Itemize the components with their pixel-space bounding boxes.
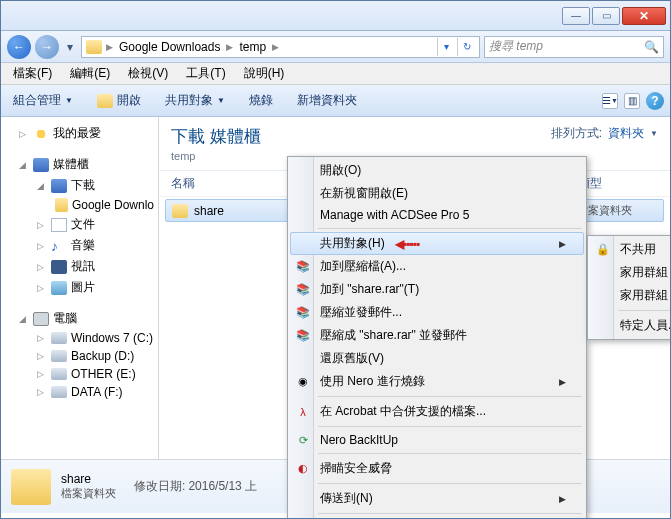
- menu-share-with[interactable]: 共用對象(H) ◀▪▪▪▪▪ ▶: [290, 232, 584, 255]
- submenu-arrow-icon: ▶: [539, 239, 566, 249]
- sidebar-drive-d[interactable]: ▷Backup (D:): [1, 347, 158, 365]
- details-modified-value: 2016/5/13 上: [188, 479, 257, 493]
- menu-add-share-rar[interactable]: 📚加到 "share.rar"(T): [290, 278, 584, 301]
- submenu-arrow-icon: ▶: [539, 494, 566, 504]
- submenu-nobody[interactable]: 🔒不共用: [590, 238, 671, 261]
- view-options-button[interactable]: ☰ ▼: [602, 93, 618, 109]
- file-type: 檔案資料夾: [577, 203, 657, 218]
- sidebar-drive-e[interactable]: ▷OTHER (E:): [1, 365, 158, 383]
- breadcrumb[interactable]: Google Downloads: [117, 40, 222, 54]
- menu-scan-threat[interactable]: ◐掃瞄安全威脅: [290, 457, 584, 480]
- folder-icon: [97, 94, 113, 108]
- details-modified-label: 修改日期:: [134, 479, 185, 493]
- folder-large-icon: [11, 469, 51, 505]
- submenu-homegroup-read[interactable]: 家用群組 (讀取): [590, 261, 671, 284]
- sidebar-computer[interactable]: ◢電腦: [1, 308, 158, 329]
- drive-icon: [51, 368, 67, 380]
- new-folder-button[interactable]: 新增資料夾: [291, 90, 363, 111]
- folder-icon: [55, 198, 68, 212]
- preview-pane-button[interactable]: ▥: [624, 93, 640, 109]
- search-placeholder: 搜尋 temp: [489, 38, 543, 55]
- help-button[interactable]: ?: [646, 92, 664, 110]
- rar-icon: 📚: [295, 282, 311, 298]
- column-type[interactable]: 類型: [578, 175, 658, 192]
- submenu-homegroup-rw[interactable]: 家用群組 (讀取/寫入: [590, 284, 671, 307]
- chevron-icon: ▶: [106, 42, 113, 52]
- sidebar-videos[interactable]: ▷視訊: [1, 256, 158, 277]
- sidebar-google-downloads[interactable]: Google Downlo: [1, 196, 158, 214]
- sidebar-downloads[interactable]: ◢下載: [1, 175, 158, 196]
- library-subtitle: temp: [171, 150, 261, 162]
- sidebar-documents[interactable]: ▷文件: [1, 214, 158, 235]
- menubar: 檔案(F) 編輯(E) 檢視(V) 工具(T) 說明(H): [1, 63, 670, 85]
- sidebar-favorites[interactable]: ▷我的最愛: [1, 123, 158, 144]
- rar-icon: 📚: [295, 328, 311, 344]
- menu-acrobat-combine[interactable]: λ在 Acrobat 中合併支援的檔案...: [290, 400, 584, 423]
- menu-acdsee[interactable]: Manage with ACDSee Pro 5: [290, 205, 584, 225]
- drive-icon: [51, 332, 67, 344]
- download-icon: [51, 179, 67, 193]
- menu-nero-burn[interactable]: ◉使用 Nero 進行燒錄▶: [290, 370, 584, 393]
- details-file-name: share: [61, 472, 116, 486]
- search-input[interactable]: 搜尋 temp 🔍: [484, 36, 664, 58]
- lock-icon: 🔒: [595, 242, 611, 258]
- submenu-specific-people[interactable]: 特定人員...: [590, 314, 671, 337]
- forward-button[interactable]: →: [35, 35, 59, 59]
- menu-restore-previous[interactable]: 還原舊版(V): [290, 347, 584, 370]
- sidebar-libraries[interactable]: ◢媒體櫃: [1, 154, 158, 175]
- menu-open[interactable]: 開啟(O): [290, 159, 584, 182]
- nav-history-dropdown[interactable]: ▾: [63, 40, 77, 54]
- close-button[interactable]: ✕: [622, 7, 666, 25]
- menu-tools[interactable]: 工具(T): [178, 63, 233, 84]
- menu-open-new-window[interactable]: 在新視窗開啟(E): [290, 182, 584, 205]
- menu-view[interactable]: 檢視(V): [120, 63, 176, 84]
- computer-icon: [33, 312, 49, 326]
- menu-compress-share-email[interactable]: 📚壓縮成 "share.rar" 並發郵件: [290, 324, 584, 347]
- share-button[interactable]: 共用對象▼: [159, 90, 231, 111]
- file-name: share: [194, 204, 224, 218]
- menu-help[interactable]: 說明(H): [236, 63, 293, 84]
- organize-button[interactable]: 組合管理▼: [7, 90, 79, 111]
- sidebar-music[interactable]: ▷♪音樂: [1, 235, 158, 256]
- minimize-button[interactable]: —: [562, 7, 590, 25]
- chevron-icon: ▶: [272, 42, 279, 52]
- star-icon: [33, 127, 49, 141]
- rar-icon: 📚: [295, 305, 311, 321]
- refresh-button[interactable]: ↻: [457, 38, 475, 56]
- open-button[interactable]: 開啟: [91, 90, 147, 111]
- document-icon: [51, 218, 67, 232]
- address-dropdown[interactable]: ▾: [437, 38, 455, 56]
- menu-nero-backup[interactable]: ⟳Nero BackItUp: [290, 430, 584, 450]
- library-title: 下載 媒體櫃: [171, 125, 261, 148]
- sidebar-pictures[interactable]: ▷圖片: [1, 277, 158, 298]
- menu-add-archive[interactable]: 📚加到壓縮檔(A)...: [290, 255, 584, 278]
- titlebar: — ▭ ✕: [1, 1, 670, 31]
- breadcrumb[interactable]: temp: [237, 40, 268, 54]
- back-button[interactable]: ←: [7, 35, 31, 59]
- sort-control[interactable]: 排列方式: 資料夾 ▼: [551, 125, 658, 142]
- acrobat-icon: λ: [295, 404, 311, 420]
- drive-icon: [51, 350, 67, 362]
- share-submenu: 🔒不共用 家用群組 (讀取) 家用群組 (讀取/寫入 特定人員...: [587, 235, 671, 340]
- search-icon: 🔍: [644, 40, 659, 54]
- drive-icon: [51, 386, 67, 398]
- menu-compress-email[interactable]: 📚壓縮並發郵件...: [290, 301, 584, 324]
- red-arrow-annotation: ◀▪▪▪▪▪: [395, 237, 419, 251]
- context-menu: 開啟(O) 在新視窗開啟(E) Manage with ACDSee Pro 5…: [287, 156, 587, 519]
- folder-icon: [172, 204, 188, 218]
- toolbar: 組合管理▼ 開啟 共用對象▼ 燒錄 新增資料夾 ☰ ▼ ▥ ?: [1, 85, 670, 117]
- submenu-arrow-icon: ▶: [539, 377, 566, 387]
- menu-send-to[interactable]: 傳送到(N)▶: [290, 487, 584, 510]
- details-file-type: 檔案資料夾: [61, 486, 116, 501]
- maximize-button[interactable]: ▭: [592, 7, 620, 25]
- menu-edit[interactable]: 編輯(E): [62, 63, 118, 84]
- address-bar[interactable]: ▶ Google Downloads ▶ temp ▶ ▾ ↻: [81, 36, 480, 58]
- chevron-icon: ▶: [226, 42, 233, 52]
- burn-button[interactable]: 燒錄: [243, 90, 279, 111]
- sidebar-drive-c[interactable]: ▷Windows 7 (C:): [1, 329, 158, 347]
- video-icon: [51, 260, 67, 274]
- sidebar-drive-f[interactable]: ▷DATA (F:): [1, 383, 158, 401]
- menu-file[interactable]: 檔案(F): [5, 63, 60, 84]
- library-icon: [33, 158, 49, 172]
- sidebar: ▷我的最愛 ◢媒體櫃 ◢下載 Google Downlo ▷文件 ▷♪音樂 ▷視…: [1, 117, 159, 459]
